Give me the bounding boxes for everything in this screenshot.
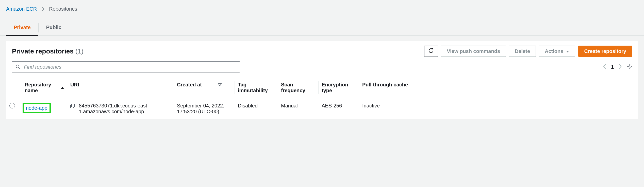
repository-uri: 845576373071.dkr.ecr.us-east-1.amazonaws…: [79, 103, 165, 115]
chevron-right-icon: [41, 7, 44, 11]
column-uri-label: URI: [70, 82, 79, 87]
breadcrumb-current: Repositories: [49, 6, 77, 12]
repository-name-link[interactable]: node-app: [26, 105, 47, 111]
cell-enc: AES-256: [319, 98, 359, 119]
column-name-label: Repository name: [25, 82, 57, 94]
column-pull[interactable]: Pull through cache: [359, 77, 638, 98]
settings-button[interactable]: [626, 64, 632, 70]
visibility-tabs: Private Public: [0, 20, 644, 36]
chevron-right-icon: [618, 64, 622, 70]
sort-asc-icon: [61, 86, 64, 89]
svg-point-0: [16, 65, 19, 68]
svg-point-2: [629, 66, 630, 67]
column-tag-label: Tag immutability: [238, 82, 268, 93]
create-repository-button[interactable]: Create repository: [578, 46, 632, 57]
header-actions: View push commands Delete Actions Create…: [424, 46, 632, 57]
refresh-button[interactable]: [424, 46, 438, 57]
column-created[interactable]: Created at: [174, 77, 235, 98]
chevron-left-icon: [603, 64, 606, 70]
cell-created: September 04, 2022, 17:53:20 (UTC-00): [174, 98, 235, 119]
delete-button[interactable]: Delete: [509, 46, 536, 57]
actions-button-label: Actions: [545, 48, 563, 54]
pagination: 1: [603, 64, 632, 70]
column-scan-label: Scan frequency: [281, 82, 305, 93]
gear-icon: [626, 64, 632, 70]
panel-count: (1): [75, 47, 84, 55]
highlight-annotation: node-app: [23, 103, 51, 113]
table-row: node-app 845576373071.dkr.ecr.us-east-1.…: [6, 98, 638, 119]
cell-scan: Manual: [278, 98, 319, 119]
column-created-label: Created at: [177, 82, 202, 88]
column-select: [6, 77, 22, 98]
panel-title-text: Private repositories: [12, 47, 74, 55]
column-name[interactable]: Repository name: [22, 77, 67, 98]
breadcrumb: Amazon ECR Repositories: [0, 0, 644, 15]
cell-tag: Disabled: [235, 98, 278, 119]
repositories-table: Repository name URI Created at: [6, 77, 638, 119]
breadcrumb-root-link[interactable]: Amazon ECR: [6, 6, 37, 12]
search-container: [12, 61, 240, 72]
column-scan[interactable]: Scan frequency: [278, 77, 319, 98]
sort-indicator-icon: [218, 82, 222, 88]
cell-pull: Inactive: [359, 98, 638, 119]
page-number: 1: [611, 64, 614, 70]
search-input[interactable]: [12, 61, 240, 72]
copy-uri-button[interactable]: [70, 104, 75, 109]
svg-line-1: [19, 68, 20, 69]
svg-rect-4: [72, 104, 74, 107]
actions-button[interactable]: Actions: [539, 46, 575, 57]
repositories-panel: Private repositories (1) View push comma…: [6, 41, 638, 119]
column-enc[interactable]: Encryption type: [319, 77, 359, 98]
view-push-commands-button[interactable]: View push commands: [441, 46, 506, 57]
panel-title: Private repositories (1): [12, 47, 84, 55]
tab-public[interactable]: Public: [39, 20, 69, 35]
search-icon: [15, 64, 21, 69]
page-prev-button[interactable]: [603, 64, 606, 70]
page-next-button[interactable]: [618, 64, 622, 70]
caret-down-icon: [566, 48, 569, 54]
tab-private[interactable]: Private: [6, 20, 38, 35]
column-pull-label: Pull through cache: [362, 82, 408, 87]
column-tag[interactable]: Tag immutability: [235, 77, 278, 98]
refresh-icon: [428, 48, 434, 55]
column-uri[interactable]: URI: [67, 77, 174, 98]
column-enc-label: Encryption type: [322, 82, 348, 93]
row-select-radio[interactable]: [9, 103, 15, 108]
copy-icon: [70, 104, 75, 109]
